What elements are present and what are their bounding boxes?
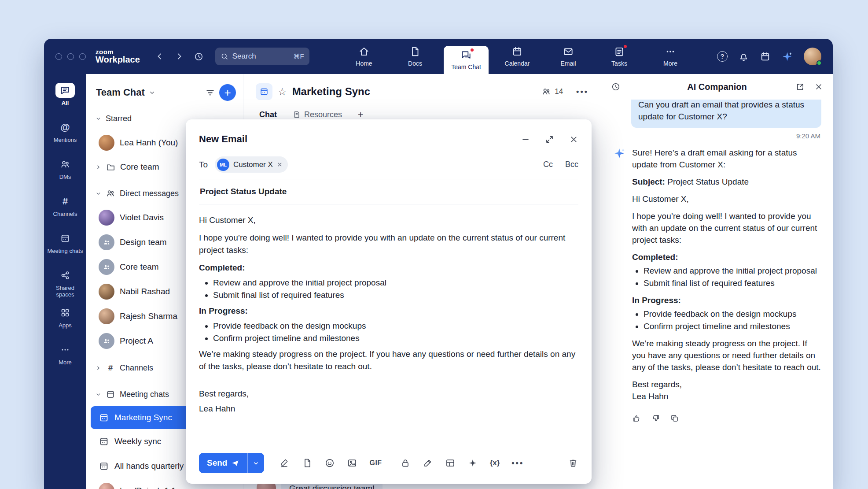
ai-compose-icon[interactable]: [467, 458, 478, 468]
minimize-window-button[interactable]: [67, 53, 74, 60]
help-icon[interactable]: ?: [717, 51, 728, 62]
chevron-down-icon: [95, 116, 101, 122]
attach-file-icon[interactable]: [302, 458, 313, 468]
channel-options-icon[interactable]: •••: [576, 87, 588, 96]
cc-button[interactable]: Cc: [543, 160, 553, 169]
tab-docs[interactable]: Docs: [393, 39, 438, 74]
rail-item-channels[interactable]: # Channels: [45, 190, 85, 227]
ai-closing: We’re making steady progress on the proj…: [632, 337, 821, 373]
channels-icon: #: [55, 194, 75, 209]
back-icon[interactable]: [155, 52, 165, 61]
to-label: To: [199, 160, 208, 170]
bcc-button[interactable]: Bcc: [565, 160, 578, 169]
rail-item-all[interactable]: All: [45, 79, 85, 116]
send-options-button[interactable]: [247, 453, 264, 473]
tab-calendar[interactable]: Calendar: [495, 39, 540, 74]
dms-icon: [55, 157, 75, 172]
star-channel-button[interactable]: ☆: [278, 87, 287, 97]
emoji-icon[interactable]: [324, 458, 335, 468]
tab-more[interactable]: More: [648, 39, 693, 74]
meeting-chat-icon: [99, 412, 109, 423]
delete-draft-icon[interactable]: [568, 458, 578, 468]
variables-button[interactable]: {x}: [490, 459, 500, 467]
list-item: Confirm project timeline and milestones: [644, 320, 821, 332]
rail-item-mentions[interactable]: @ Mentions: [45, 116, 85, 153]
tab-team-chat[interactable]: Team Chat: [444, 46, 489, 74]
zoom-workplace-logo: zoom Workplace: [96, 48, 140, 65]
thumbs-up-icon[interactable]: [632, 414, 641, 423]
email-body-editor[interactable]: Hi Customer X, I hope you’re doing well!…: [199, 214, 578, 415]
open-in-window-icon[interactable]: [795, 82, 805, 92]
recipient-avatar: ML: [217, 159, 229, 171]
history-icon[interactable]: [194, 52, 204, 62]
close-window-button[interactable]: [55, 53, 62, 60]
avatar: [99, 284, 114, 300]
window-controls: [55, 53, 86, 60]
ai-inprogress-list: Provide feedback on the design mockups C…: [632, 308, 821, 332]
avatar: [99, 210, 114, 226]
recipient-chip[interactable]: ML Customer X: [215, 156, 288, 173]
docs-icon: [409, 46, 421, 57]
logo-workplace: Workplace: [96, 55, 140, 64]
send-icon: [231, 459, 239, 467]
ai-sparkle-icon: [613, 147, 626, 160]
new-chat-button[interactable]: +: [219, 84, 236, 101]
group-avatar-icon: [99, 259, 114, 275]
chevron-right-icon: [95, 164, 101, 170]
calendar-quick-icon[interactable]: [760, 51, 771, 62]
rail-item-shared-spaces[interactable]: Shared spaces: [45, 264, 85, 302]
filter-icon[interactable]: [205, 88, 215, 98]
rail-item-meeting-chats[interactable]: Meeting chats: [45, 227, 85, 264]
search-input[interactable]: [232, 52, 281, 61]
tab-email[interactable]: Email: [546, 39, 591, 74]
copy-icon[interactable]: [670, 414, 679, 423]
rail-item-more[interactable]: More: [45, 339, 85, 376]
list-item: Submit final list of required features: [644, 277, 821, 289]
ai-signoff: Best regards,: [632, 378, 821, 390]
list-item: Confirm project timeline and milestones: [213, 332, 578, 345]
tab-home[interactable]: Home: [342, 39, 386, 74]
rail-item-apps[interactable]: Apps: [45, 302, 85, 339]
user-avatar[interactable]: [804, 48, 821, 65]
ai-greeting: Hi Customer X,: [632, 193, 821, 205]
rail-item-dms[interactable]: DMs: [45, 153, 85, 190]
expand-icon[interactable]: [545, 135, 554, 144]
search-bar[interactable]: ⌘F: [215, 48, 309, 65]
image-icon[interactable]: [347, 458, 357, 468]
tab-tasks[interactable]: Tasks: [597, 39, 642, 74]
email-icon: [563, 46, 574, 57]
member-count[interactable]: 14: [541, 87, 563, 96]
email-inprogress-label: In Progress:: [199, 305, 578, 317]
minimize-icon[interactable]: [521, 135, 530, 144]
zoom-window-button[interactable]: [79, 53, 86, 60]
send-button[interactable]: Send: [199, 453, 247, 473]
gif-button[interactable]: GIF: [369, 459, 382, 467]
remove-recipient-icon[interactable]: [277, 162, 283, 167]
add-tab-button[interactable]: +: [358, 109, 363, 120]
tasks-icon: [614, 46, 625, 57]
team-chat-icon: [460, 49, 472, 61]
close-panel-icon[interactable]: [814, 82, 823, 92]
chevron-down-icon: [95, 392, 101, 397]
close-icon[interactable]: [569, 135, 578, 144]
list-item: Submit final list of required features: [213, 289, 578, 301]
ai-subject-line: Subject: Project Status Update: [632, 176, 821, 188]
more-options-icon[interactable]: •••: [511, 459, 524, 468]
sidebar-title[interactable]: Team Chat: [96, 87, 145, 98]
subject-field[interactable]: Project Status Update: [199, 179, 578, 204]
template-icon[interactable]: [445, 458, 456, 468]
thumbs-down-icon[interactable]: [651, 414, 660, 423]
ai-companion-icon[interactable]: [781, 51, 793, 63]
ai-inprogress-label: In Progress:: [632, 294, 821, 306]
tab-chat[interactable]: Chat: [259, 110, 277, 119]
list-item: Review and approve the initial project p…: [644, 265, 821, 277]
lock-icon[interactable]: [400, 458, 411, 468]
signature-icon[interactable]: [280, 458, 290, 468]
search-icon: [221, 52, 228, 60]
notifications-icon[interactable]: [738, 51, 749, 62]
chevron-down-icon[interactable]: [149, 89, 155, 96]
forward-icon[interactable]: [174, 52, 184, 61]
meeting-chat-icon: [99, 436, 109, 447]
edit-icon[interactable]: [423, 458, 433, 468]
tab-resources[interactable]: Resources: [293, 110, 342, 119]
